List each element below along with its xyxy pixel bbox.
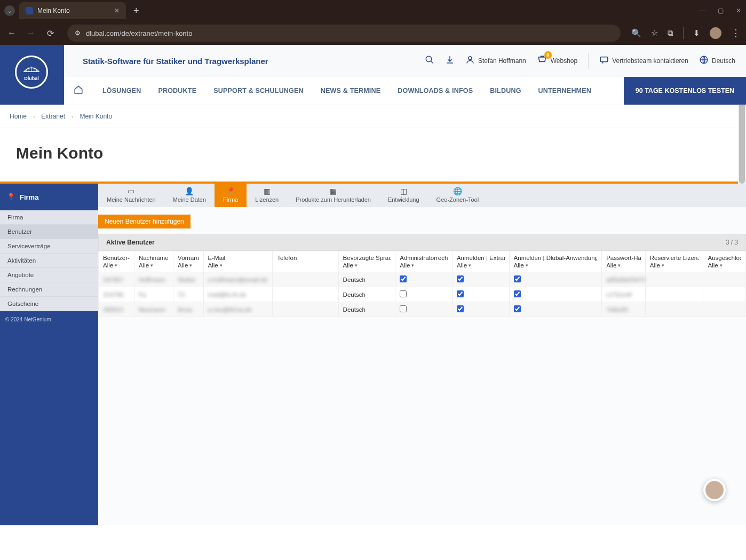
tab-geo[interactable]: 🌐 Geo-Zonen-Tool [428, 184, 488, 207]
col-email[interactable]: E-Mail Alle▾ [203, 251, 273, 272]
grid-icon: ▦ [330, 187, 337, 195]
extensions-icon[interactable]: ⧉ [668, 28, 673, 38]
chevron-down-icon: ▾ [618, 263, 621, 268]
reload-button[interactable]: ⟳ [44, 28, 57, 38]
nav-news[interactable]: NEWS & TERMINE [312, 87, 390, 94]
checkbox-apps[interactable] [514, 290, 521, 297]
chevron-down-icon: ▾ [220, 263, 223, 268]
sidebar-item-servicevertraege[interactable]: Serviceverträge [0, 239, 98, 254]
brand-logo[interactable]: Dlubal [15, 56, 48, 89]
tab-mydata[interactable]: 👤 Meine Daten [164, 184, 215, 207]
checkbox-extranet[interactable] [457, 305, 464, 312]
checkbox-extranet[interactable] [457, 290, 464, 297]
profile-avatar[interactable] [710, 27, 721, 39]
col-excluded[interactable]: Ausgeschlosse Alle▾ [703, 251, 746, 272]
nav-downloads[interactable]: DOWNLOADS & INFOS [389, 87, 481, 94]
tab-menu-icon[interactable]: ⌄ [4, 5, 15, 16]
col-phone[interactable]: Telefon [273, 251, 338, 272]
browser-tab[interactable]: Mein Konto ✕ [19, 2, 126, 19]
checkbox-admin[interactable] [400, 290, 407, 297]
downloads-icon[interactable]: ⬇ [693, 28, 700, 38]
table-row[interactable]: 247867HoffmannStefans.hoffmann@email.deD… [99, 272, 746, 287]
cell-reserved [645, 272, 703, 287]
cell-user-id: 356012 [103, 306, 123, 313]
checkbox-extranet[interactable] [457, 275, 464, 282]
account-link[interactable]: Stefan Hoffmann [465, 55, 526, 67]
cell-excluded [703, 287, 746, 302]
nav-products[interactable]: PRODUKTE [149, 87, 205, 94]
sidebar-item-rechnungen[interactable]: Rechnungen [0, 282, 98, 297]
sidebar-item-benutzer[interactable]: Benutzer [0, 225, 98, 239]
cell-email: mail@fa-th.de [208, 291, 247, 298]
nav-solutions[interactable]: LÖSUNGEN [94, 87, 149, 94]
cell-lastname: Neumann [139, 306, 165, 313]
chevron-down-icon: ▾ [150, 263, 153, 268]
sidebar-item-firma[interactable]: Firma [0, 210, 98, 225]
sidebar-item-angebote[interactable]: Angebote [0, 268, 98, 282]
breadcrumb-extranet[interactable]: Extranet [41, 113, 65, 120]
chat-avatar [705, 481, 724, 499]
table-row[interactable]: 314790FaThmail@fa-th.deDeutschc27b1e4f [99, 287, 746, 302]
add-user-button[interactable]: Neuen Benutzer hinzufügen [98, 215, 191, 228]
chat-widget[interactable] [703, 479, 726, 501]
breadcrumb-home[interactable]: Home [10, 113, 27, 120]
col-firstname[interactable]: Vorname Alle▾ [173, 251, 203, 272]
cell-lastname: Hoffmann [139, 277, 165, 283]
col-reserved[interactable]: Reservierte Lizenzen Alle▾ [645, 251, 703, 272]
tab-firma[interactable]: 📍 Firma [215, 184, 247, 207]
col-extranet[interactable]: Anmelden | Extranet Alle▾ [452, 251, 509, 272]
back-button[interactable]: ← [5, 28, 18, 38]
language-switch[interactable]: Deutsch [699, 55, 735, 67]
contact-sales-link[interactable]: Vertriebsteam kontaktieren [599, 55, 688, 67]
cta-trial-button[interactable]: 90 TAGE KOSTENLOS TESTEN [624, 77, 746, 105]
cell-reserved [645, 287, 703, 302]
home-icon[interactable] [74, 85, 83, 97]
browser-menu-icon[interactable]: ⋮ [731, 27, 741, 39]
chevron-down-icon: ▾ [189, 263, 192, 268]
tab-licenses[interactable]: ▥ Lizenzen [247, 184, 287, 207]
tab-development[interactable]: ◫ Entwicklung [379, 184, 428, 207]
webshop-link[interactable]: 0 Webshop [537, 54, 577, 68]
cart-icon: 0 [537, 54, 547, 68]
checkbox-apps[interactable] [514, 305, 521, 312]
language-label: Deutsch [712, 57, 735, 65]
table-row[interactable]: 356012NeumannAnnaa.neu@firma.deDeutsch7d… [99, 302, 746, 317]
new-tab-button[interactable]: + [133, 5, 139, 17]
sidebar-item-gutscheine[interactable]: Gutscheine [0, 297, 98, 311]
download-icon[interactable] [445, 55, 455, 67]
bookmark-icon[interactable]: ☆ [651, 28, 658, 38]
sidebar-header: 📍 Firma [0, 184, 98, 210]
window-minimize-icon[interactable]: — [699, 7, 705, 14]
copyright: © 2024 NetGenium [0, 311, 98, 328]
close-tab-icon[interactable]: ✕ [114, 7, 120, 14]
col-user-id[interactable]: Benutzer-ID Alle▾ [99, 251, 134, 272]
checkbox-admin[interactable] [400, 305, 407, 312]
search-icon[interactable] [425, 55, 434, 67]
page-title: Mein Konto [16, 144, 730, 162]
barcode-icon: ▥ [264, 187, 271, 195]
col-admin[interactable]: Administratorrechte Alle▾ [395, 251, 453, 272]
sidebar-item-aktivitaeten[interactable]: Aktivitäten [0, 254, 98, 268]
cell-hash: 7d9a3f1 [606, 306, 629, 313]
chevron-right-icon: › [33, 114, 35, 120]
chevron-down-icon: ▾ [526, 263, 528, 268]
tab-downloads[interactable]: ▦ Produkte zum Herunterladen [287, 184, 379, 207]
col-hash[interactable]: Passwort-Hash Alle▾ [602, 251, 646, 272]
checkbox-apps[interactable] [514, 275, 521, 282]
nav-education[interactable]: BILDUNG [481, 87, 529, 94]
checkbox-admin[interactable] [400, 275, 407, 282]
window-close-icon[interactable]: ✕ [735, 7, 742, 14]
tab-messages[interactable]: ▭ Meine Nachrichten [98, 184, 164, 207]
nav-support[interactable]: SUPPORT & SCHULUNGEN [205, 87, 312, 94]
search-icon[interactable]: 🔍 [631, 28, 641, 38]
site-info-icon[interactable]: ⚙ [75, 29, 81, 37]
globe-icon: 🌐 [453, 187, 462, 195]
col-language[interactable]: Bevorzugte Sprache Alle▾ [338, 251, 395, 272]
chevron-down-icon: ▾ [720, 263, 723, 268]
address-bar[interactable]: ⚙ dlubal.com/de/extranet/mein-konto [67, 25, 621, 42]
cell-phone [273, 302, 338, 317]
window-maximize-icon[interactable]: ▢ [717, 7, 724, 14]
nav-company[interactable]: UNTERNEHMEN [530, 87, 600, 94]
col-lastname[interactable]: Nachname▲ Alle▾ [134, 251, 173, 272]
col-apps[interactable]: Anmelden | Dlubal-Anwendungen Alle▾ [509, 251, 602, 272]
